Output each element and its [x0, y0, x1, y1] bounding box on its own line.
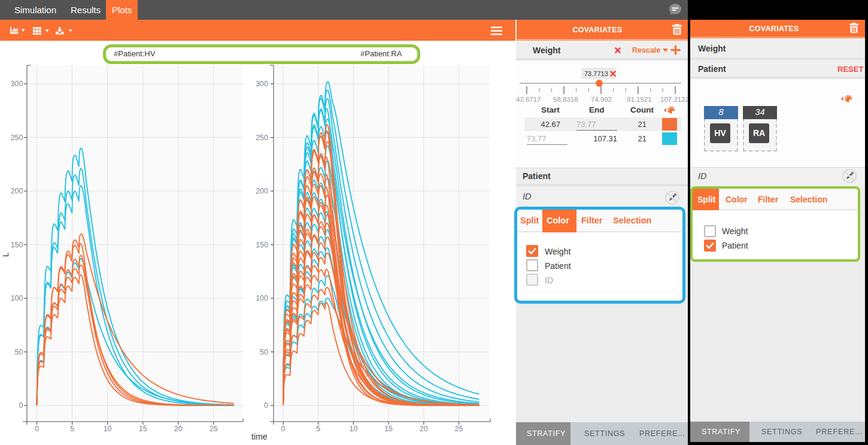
svg-text:250: 250	[11, 134, 23, 142]
svg-text:200: 200	[11, 187, 23, 195]
svg-text:20: 20	[174, 425, 183, 433]
svg-text:200: 200	[256, 187, 268, 195]
svg-text:100: 100	[256, 294, 268, 302]
svg-text:150: 150	[256, 241, 268, 249]
svg-text:250: 250	[256, 134, 268, 142]
svg-text:0: 0	[19, 401, 23, 410]
svg-text:0: 0	[281, 425, 286, 433]
svg-text:300: 300	[11, 80, 23, 88]
svg-text:25: 25	[455, 425, 463, 433]
svg-text:100: 100	[11, 294, 23, 302]
svg-text:5: 5	[316, 425, 320, 433]
svg-text:0: 0	[35, 425, 39, 433]
svg-text:25: 25	[210, 425, 218, 433]
svg-text:20: 20	[420, 425, 428, 433]
svg-text:15: 15	[384, 425, 393, 433]
svg-text:time: time	[251, 432, 268, 441]
svg-text:50: 50	[260, 348, 268, 356]
svg-text:10: 10	[349, 425, 357, 433]
svg-text:0: 0	[264, 401, 268, 410]
svg-text:50: 50	[15, 348, 23, 356]
svg-text:150: 150	[11, 241, 23, 249]
svg-text:10: 10	[104, 425, 112, 433]
svg-text:5: 5	[70, 425, 74, 433]
svg-text:L: L	[1, 252, 10, 256]
svg-text:15: 15	[139, 425, 147, 433]
svg-text:300: 300	[256, 80, 268, 88]
